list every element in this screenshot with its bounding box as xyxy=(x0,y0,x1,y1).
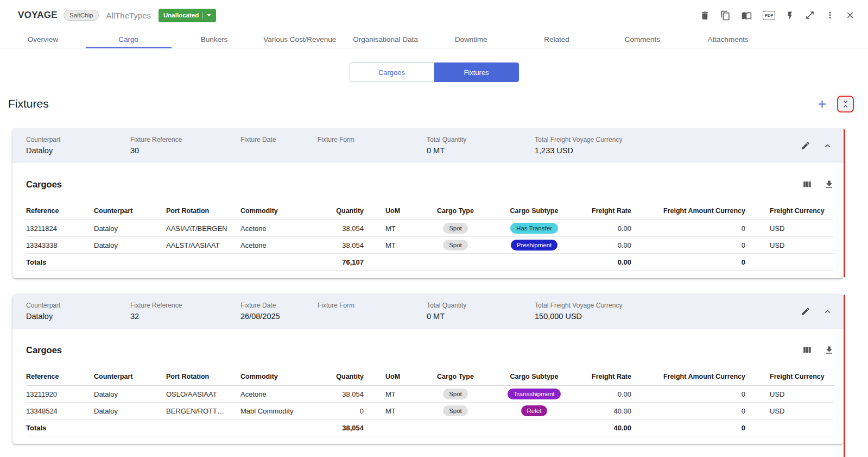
compare-book-icon[interactable] xyxy=(741,10,752,21)
col-header: Freight Rate xyxy=(580,207,636,215)
cargo-row[interactable]: 13211824 Dataloy AASIAAT/BERGEN Acetone … xyxy=(26,220,834,237)
col-header: Freight Amount Currency xyxy=(636,373,750,380)
cell-freight-amount-currency: 0 xyxy=(636,224,750,233)
cargoes-table: Reference Counterpart Port Rotation Comm… xyxy=(26,202,834,278)
toggle-cargoes[interactable]: Cargoes xyxy=(350,62,434,82)
totals-freight-amount-currency: 0 xyxy=(636,258,750,266)
fixture-summary: CounterpartDataloy Fixture Reference30 F… xyxy=(12,128,844,163)
window-titlebar: VOYAGE SaltChip AllTheTypes Unallocated … xyxy=(0,0,868,30)
col-header: Freight Amount Currency xyxy=(636,207,750,215)
col-header: Counterpart xyxy=(94,207,166,215)
download-icon[interactable] xyxy=(824,179,834,190)
copy-icon[interactable] xyxy=(720,10,731,21)
cargo-row[interactable]: 13343338 Dataloy AALST/AASIAAT Acetone 3… xyxy=(26,237,834,254)
cell-cargo-subtype: Has Transfer xyxy=(493,223,580,234)
voyage-type-chip: SaltChip xyxy=(64,10,99,21)
collapse-all-button[interactable] xyxy=(837,96,854,112)
expand-fullscreen-icon[interactable] xyxy=(805,10,815,20)
cargoes-title: Cargoes xyxy=(26,179,62,190)
cell-cargo-subtype: Transshipment xyxy=(493,389,580,399)
cell-port-rotation: AASIAAT/BERGEN xyxy=(166,224,240,233)
cell-freight-currency: USD xyxy=(750,407,834,415)
cell-freight-amount-currency: 0 xyxy=(636,407,750,415)
cell-cargo-subtype: Relet xyxy=(493,405,580,416)
col-header: Cargo Type xyxy=(422,207,493,215)
field-label: Fixture Reference xyxy=(130,302,240,309)
cell-reference: 13211824 xyxy=(26,224,94,233)
field-value: 1,233 USD xyxy=(535,146,676,155)
field-label: Total Quantity xyxy=(427,302,535,309)
tab-cargo[interactable]: Cargo xyxy=(86,30,172,48)
cell-commodity: Acetone xyxy=(240,390,304,398)
tab-various-cost-revenue[interactable]: Various Cost/Revenue xyxy=(257,30,343,48)
field-value xyxy=(240,146,318,155)
cell-commodity: Acetone xyxy=(240,224,304,233)
collapse-card-icon[interactable] xyxy=(822,141,833,151)
cell-uom: MT xyxy=(368,224,422,233)
totals-freight-rate: 0.00 xyxy=(580,258,636,266)
field-value: 26/08/2025 xyxy=(240,312,318,321)
tab-downtime[interactable]: Downtime xyxy=(428,30,514,48)
col-header: Quantity xyxy=(304,207,368,215)
field-label: Total Freight Voyage Currency xyxy=(535,302,676,309)
col-header: Freight Currency xyxy=(750,207,834,215)
tab-attachments[interactable]: Attachments xyxy=(685,30,771,48)
table-header-row: Reference Counterpart Port Rotation Comm… xyxy=(26,367,834,386)
fixtures-section-header: Fixtures xyxy=(8,95,854,112)
page-title: VOYAGE xyxy=(18,10,58,21)
button-divider xyxy=(202,12,203,19)
col-header: Freight Rate xyxy=(580,373,636,380)
field-value: 30 xyxy=(130,146,240,155)
col-header: Counterpart xyxy=(94,373,166,380)
unfold-less-icon xyxy=(840,99,851,109)
field-value: Dataloy xyxy=(26,312,130,321)
field-value xyxy=(318,146,427,155)
cell-cargo-type: Spot xyxy=(422,223,493,234)
totals-freight-rate: 40.00 xyxy=(580,424,636,432)
bolt-icon[interactable] xyxy=(785,10,795,21)
add-fixture-button[interactable] xyxy=(816,98,828,110)
col-header: Cargo Subtype xyxy=(493,373,580,380)
totals-label: Totals xyxy=(26,424,94,432)
fixture-card: CounterpartDataloy Fixture Reference30 F… xyxy=(12,128,844,278)
tab-organisational-data[interactable]: Organisational Data xyxy=(343,30,428,48)
cargo-row[interactable]: 13348524 Dataloy BERGEN/ROTT… Mabl Commo… xyxy=(26,403,834,420)
tab-comments[interactable]: Comments xyxy=(599,30,685,48)
cell-counterpart: Dataloy xyxy=(94,390,166,398)
columns-icon[interactable] xyxy=(802,345,812,355)
toggle-fixtures[interactable]: Fixtures xyxy=(434,62,519,82)
totals-row: Totals 76,107 0.00 0 xyxy=(26,254,834,271)
col-header: UoM xyxy=(368,207,422,215)
cell-port-rotation: OSLO/AASIAAT xyxy=(166,390,240,398)
cell-reference: 13343338 xyxy=(26,241,94,249)
fixture-summary: CounterpartDataloy Fixture Reference32 F… xyxy=(12,294,844,329)
col-header: Cargo Subtype xyxy=(493,207,580,215)
collapse-card-icon[interactable] xyxy=(822,306,833,317)
columns-icon[interactable] xyxy=(802,179,812,190)
tab-overview[interactable]: Overview xyxy=(0,30,86,48)
cell-port-rotation: BERGEN/ROTT… xyxy=(166,407,240,415)
cargo-subtype-chip: Has Transfer xyxy=(510,223,558,234)
tab-related[interactable]: Related xyxy=(514,30,600,48)
more-vert-icon[interactable] xyxy=(825,10,835,20)
allocation-status-button[interactable]: Unallocated xyxy=(159,9,216,22)
cell-quantity: 38,054 xyxy=(304,224,368,233)
download-icon[interactable] xyxy=(824,345,834,355)
pdf-export-icon[interactable]: PDF xyxy=(763,11,775,20)
cell-quantity: 0 xyxy=(304,407,368,415)
field-label: Total Quantity xyxy=(427,136,535,143)
cargoes-table: Reference Counterpart Port Rotation Comm… xyxy=(26,367,834,444)
field-value: Dataloy xyxy=(26,146,130,155)
tab-bunkers[interactable]: Bunkers xyxy=(172,30,257,48)
cargo-type-chip: Spot xyxy=(443,405,468,416)
chevron-down-icon xyxy=(207,14,211,16)
col-header: Commodity xyxy=(240,207,304,215)
delete-icon[interactable] xyxy=(700,10,710,21)
col-header: Cargo Type xyxy=(422,373,493,380)
edit-fixture-icon[interactable] xyxy=(801,141,810,151)
close-icon[interactable] xyxy=(845,10,855,20)
totals-freight-amount-currency: 0 xyxy=(636,424,750,432)
edit-fixture-icon[interactable] xyxy=(801,306,810,316)
cell-uom: MT xyxy=(368,390,422,398)
cargo-row[interactable]: 13211920 Dataloy OSLO/AASIAAT Acetone 38… xyxy=(26,386,834,403)
